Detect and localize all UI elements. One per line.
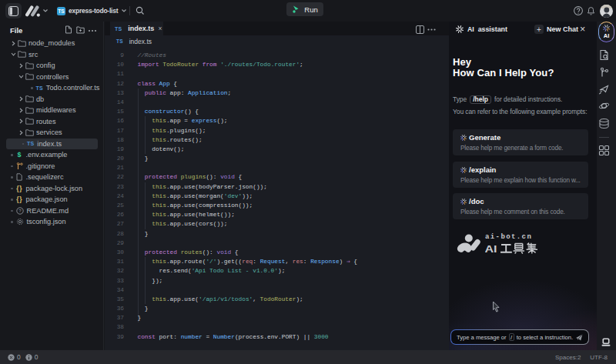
svg-text:AI: AI	[485, 243, 497, 255]
svg-text:?: ?	[18, 209, 22, 213]
